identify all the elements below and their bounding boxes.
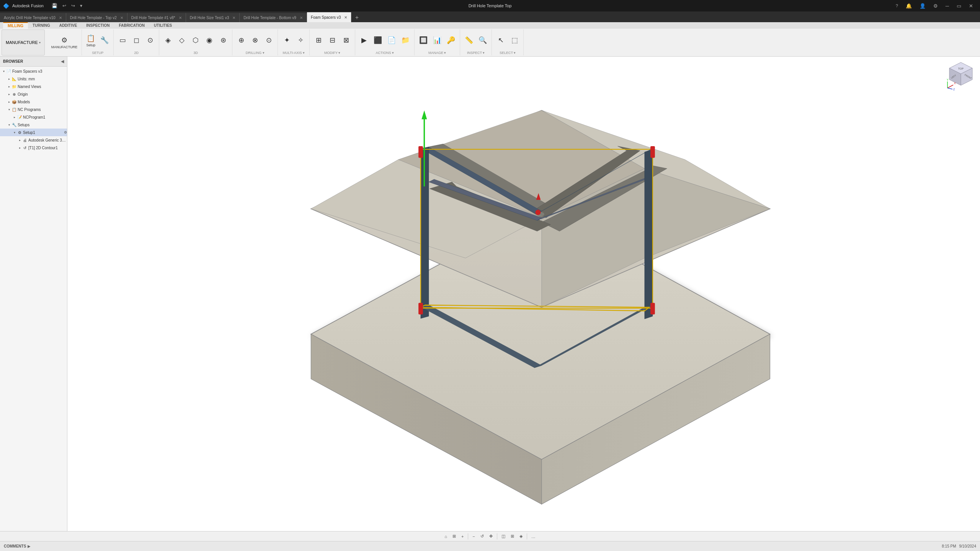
comments-expand[interactable]: ▶ (28, 544, 31, 548)
tab-tab3[interactable]: Drill Hole Template #1 v8*✕ (127, 13, 186, 22)
mod-btn3-button[interactable]: ⊠ (340, 30, 353, 50)
more-options-button[interactable]: ▾ (78, 2, 84, 9)
bt-zoomin-toolbar-button[interactable]: + (459, 533, 466, 540)
ma-btn1-button[interactable]: ✦ (280, 30, 293, 50)
2d-btn3-button[interactable]: ⊙ (144, 30, 157, 50)
status-right: 8:15 PM 9/10/2024 (942, 544, 976, 548)
ribbon-tab-additive[interactable]: ADDITIVE (55, 23, 82, 28)
browser-expand-button[interactable]: ◀ (61, 59, 64, 64)
view-cube[interactable]: TOP LEFT FRONT X Y Z (946, 60, 976, 91)
3d-btn3-button[interactable]: ⬡ (189, 30, 202, 50)
manufacture-dropdown[interactable]: MANUFACTURE ▾ (2, 29, 45, 55)
ins-btn2-button[interactable]: 🔍 (476, 30, 489, 50)
new-tab-button[interactable]: + (351, 13, 362, 22)
help-button[interactable]: ? (892, 2, 902, 10)
setup-btn-button[interactable]: 📋Setup (84, 30, 97, 50)
bt-orbit-toolbar-button[interactable]: ↺ (479, 533, 486, 540)
tree-arrow-setups[interactable]: ▾ (7, 123, 11, 127)
2d-btn2-button[interactable]: ◻ (130, 30, 143, 50)
maximize-button[interactable]: ▭ (953, 2, 965, 10)
bt-zoomout-toolbar-button[interactable]: − (470, 533, 477, 540)
bt-fit-toolbar-button[interactable]: ⊞ (451, 533, 458, 540)
undo-button[interactable]: ↩ (60, 2, 68, 9)
sel-btn1-button[interactable]: ↖ (494, 30, 507, 50)
act-btn1-button[interactable]: ▶ (358, 30, 371, 50)
drill-btn2-button[interactable]: ⊗ (248, 30, 261, 50)
setup2-btn-button[interactable]: 🔧 (98, 30, 111, 50)
ribbon-tab-milling[interactable]: MILLING (3, 22, 28, 29)
tree-arrow-autodesk-generic[interactable]: ▸ (18, 139, 22, 142)
sel-btn2-button[interactable]: ⬚ (508, 30, 521, 50)
tree-item-ncprogram1[interactable]: ▸ 📝 NCProgram1 (0, 113, 67, 121)
tab-close-icon[interactable]: ✕ (120, 16, 123, 20)
tab-close-icon[interactable]: ✕ (179, 16, 182, 20)
tree-item-foam[interactable]: ▾ 📄 Foam Spacers v3 (0, 67, 67, 75)
3d-btn5-button[interactable]: ⊛ (217, 30, 230, 50)
mgr-btn3-button[interactable]: 🔑 (444, 30, 457, 50)
act-btn3-button[interactable]: 📄 (385, 30, 398, 50)
tree-arrow-named-views[interactable]: ▸ (7, 85, 11, 88)
bt-grid-toolbar-button[interactable]: ⊞ (509, 533, 516, 540)
app-logo: 🔷 (3, 3, 9, 9)
mgr-btn1-button[interactable]: 🔲 (417, 30, 430, 50)
tree-arrow-foam[interactable]: ▾ (2, 70, 6, 73)
act-btn2-button[interactable]: ⬛ (371, 30, 384, 50)
tree-arrow-models[interactable]: ▸ (7, 100, 11, 104)
ma-btn2-button[interactable]: ✧ (294, 30, 307, 50)
redo-button[interactable]: ↪ (69, 2, 77, 9)
ins-btn1-button[interactable]: 📏 (462, 30, 475, 50)
bt-display-toolbar-button[interactable]: ◫ (500, 533, 507, 540)
ribbon-tab-inspection[interactable]: INSPECTION (82, 23, 114, 28)
2d-btn1-button[interactable]: ▭ (116, 30, 129, 50)
tab-close-icon[interactable]: ✕ (59, 16, 62, 20)
tab-close-icon[interactable]: ✕ (232, 16, 235, 20)
ribbon-tab-fabrication[interactable]: FABRICATION (114, 23, 149, 28)
ribbon-tab-turning[interactable]: TURNING (28, 23, 55, 28)
tree-arrow-ncprogram1[interactable]: ▸ (12, 116, 17, 119)
tab-tab6[interactable]: Foam Spacers v3✕ (307, 12, 351, 22)
viewport[interactable]: TOP LEFT FRONT X Y Z (67, 57, 980, 531)
tree-item-origin[interactable]: ▸ ⊕ Origin (0, 90, 67, 98)
tree-arrow-setup1[interactable]: ▾ (12, 131, 17, 134)
tree-arrow-nc-programs[interactable]: ▾ (7, 108, 11, 111)
setup1-gear-icon[interactable]: ⚙ (64, 130, 67, 134)
tree-item-2d-contour[interactable]: ▸ ↺ [T1] 2D Contour1 (0, 144, 67, 152)
tree-arrow-units[interactable]: ▸ (7, 77, 11, 81)
3d-btn4-button[interactable]: ◉ (203, 30, 216, 50)
tab-tab5[interactable]: Drill Hole Template - Bottom v9✕ (240, 13, 307, 22)
tab-tab2[interactable]: Drill Hole Template - Top v2✕ (66, 13, 127, 22)
bt-more-toolbar-button[interactable]: … (529, 533, 537, 540)
tab-tab4[interactable]: Drill Hole Size Test1 v3✕ (186, 13, 240, 22)
ribbon-tab-utilities[interactable]: UTILITIES (149, 23, 176, 28)
tree-item-nc-programs[interactable]: ▾ 📋 NC Programs (0, 106, 67, 113)
tree-item-autodesk-generic[interactable]: ▸ 🖨 Autodesk Generic 3-axis R... (0, 136, 67, 144)
bt-snap-toolbar-button[interactable]: ◈ (518, 533, 524, 540)
drill-btn3-button[interactable]: ⊙ (262, 30, 275, 50)
3d-btn1-button[interactable]: ◈ (162, 30, 175, 50)
tab-close-icon[interactable]: ✕ (300, 16, 303, 20)
bt-home-toolbar-button[interactable]: ⌂ (443, 533, 449, 540)
tree-item-models[interactable]: ▸ 📦 Models (0, 98, 67, 106)
tab-tab1[interactable]: Acrylic Drill Hole Template v10✕ (0, 13, 66, 22)
close-button[interactable]: ✕ (965, 2, 977, 10)
tree-arrow-2d-contour[interactable]: ▸ (18, 146, 22, 150)
tree-item-setups[interactable]: ▾ 🔧 Setups (0, 121, 67, 129)
settings-button[interactable]: ⚙ (929, 2, 942, 10)
3d-btn2-button[interactable]: ◇ (175, 30, 188, 50)
mod-btn2-button[interactable]: ⊟ (326, 30, 339, 50)
act-btn4-button[interactable]: 📁 (399, 30, 412, 50)
account-button[interactable]: 👤 (916, 2, 929, 10)
bt-pan-toolbar-button[interactable]: ✥ (487, 533, 495, 540)
save-button[interactable]: 💾 (50, 2, 59, 9)
tree-item-setup1[interactable]: ▾ ⚙ Setup1 ⚙ (0, 129, 67, 136)
mgr-btn2-button[interactable]: 📊 (431, 30, 444, 50)
notifications-button[interactable]: 🔔 (902, 2, 916, 10)
manufacture-dd-button[interactable]: ⚙MANUFACTURE (49, 32, 80, 52)
minimize-button[interactable]: ─ (942, 2, 953, 10)
tab-close-icon[interactable]: ✕ (344, 15, 347, 20)
mod-btn1-button[interactable]: ⊞ (312, 30, 325, 50)
tree-item-named-views[interactable]: ▸ 📁 Named Views (0, 83, 67, 90)
tree-arrow-origin[interactable]: ▸ (7, 93, 11, 96)
tree-item-units[interactable]: ▸ 📐 Units: mm (0, 75, 67, 83)
drill-btn1-button[interactable]: ⊕ (235, 30, 248, 50)
